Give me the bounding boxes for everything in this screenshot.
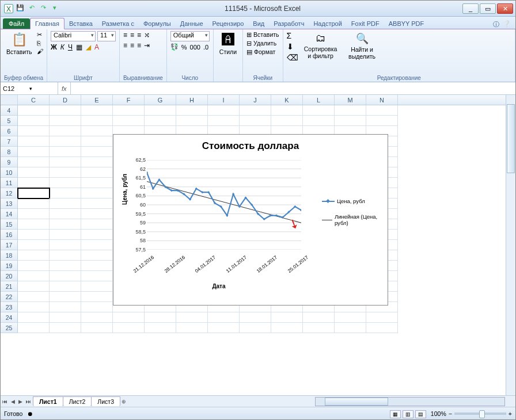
cell-C7[interactable] xyxy=(18,136,50,147)
cell-D14[interactable] xyxy=(50,209,81,219)
tab-view[interactable]: Вид xyxy=(248,18,269,29)
sort-filter-button[interactable]: 🗂 Сортировка и фильтр xyxy=(301,31,341,60)
zoom-in-icon[interactable]: + xyxy=(509,410,512,417)
delete-cells-label[interactable]: Удалить xyxy=(253,40,276,47)
tab-data[interactable]: Данные xyxy=(176,18,208,29)
cell-I4[interactable] xyxy=(208,105,240,116)
col-header-I[interactable]: I xyxy=(208,95,240,105)
col-header-M[interactable]: M xyxy=(335,95,366,105)
cell-D12[interactable] xyxy=(50,188,81,198)
row-header-9[interactable]: 9 xyxy=(1,157,18,167)
name-box-dropdown-icon[interactable]: ▾ xyxy=(29,86,56,91)
fill-icon[interactable]: ⬇ xyxy=(287,42,298,51)
cell-K4[interactable] xyxy=(271,105,303,116)
cell-F24[interactable] xyxy=(113,312,145,323)
cell-N25[interactable] xyxy=(366,323,398,333)
comma-icon[interactable]: 000 xyxy=(190,44,200,51)
cell-D9[interactable] xyxy=(50,157,81,167)
cell-J5[interactable] xyxy=(240,116,271,126)
align-left-icon[interactable]: ≡ xyxy=(123,41,127,49)
row-header-14[interactable]: 14 xyxy=(1,209,18,219)
tab-insert[interactable]: Вставка xyxy=(64,18,97,29)
format-cells-label[interactable]: Формат xyxy=(254,48,275,55)
cell-L24[interactable] xyxy=(303,312,335,323)
cell-K25[interactable] xyxy=(271,323,303,333)
cell-N4[interactable] xyxy=(366,105,398,116)
horizontal-scrollbar[interactable] xyxy=(315,397,505,406)
col-header-C[interactable]: C xyxy=(18,95,50,105)
row-header-11[interactable]: 11 xyxy=(1,178,18,188)
sheet-nav-prev-icon[interactable]: ◀ xyxy=(9,399,17,404)
undo-icon[interactable]: ↶ xyxy=(27,4,36,13)
align-mid-icon[interactable]: ≡ xyxy=(130,31,134,39)
view-layout-icon[interactable]: ▥ xyxy=(403,410,413,418)
cell-M5[interactable] xyxy=(335,116,366,126)
cell-E24[interactable] xyxy=(81,312,113,323)
tab-abbyy[interactable]: ABBYY PDF xyxy=(384,18,429,29)
percent-icon[interactable]: % xyxy=(181,44,187,51)
cell-C21[interactable] xyxy=(18,281,50,292)
row-header-12[interactable]: 12 xyxy=(1,188,18,198)
cell-E12[interactable] xyxy=(81,188,113,198)
hscroll-thumb[interactable] xyxy=(325,398,388,406)
minimize-button[interactable]: _ xyxy=(462,3,479,14)
view-break-icon[interactable]: ▤ xyxy=(415,410,426,418)
fx-button[interactable]: fx xyxy=(58,82,71,94)
row-header-6[interactable]: 6 xyxy=(1,126,18,136)
tab-review[interactable]: Рецензиро xyxy=(208,18,249,29)
cell-E5[interactable] xyxy=(81,116,113,126)
cell-D22[interactable] xyxy=(50,292,81,302)
zoom-slider[interactable] xyxy=(454,413,506,415)
cell-C20[interactable] xyxy=(18,271,50,281)
align-bot-icon[interactable]: ≡ xyxy=(137,31,141,39)
cell-D20[interactable] xyxy=(50,271,81,281)
cell-C16[interactable] xyxy=(18,230,50,240)
cell-E16[interactable] xyxy=(81,230,113,240)
cell-E18[interactable] xyxy=(81,250,113,261)
row-header-5[interactable]: 5 xyxy=(1,116,18,126)
cell-C17[interactable] xyxy=(18,240,50,250)
worksheet-grid[interactable]: CDEFGHIJKLMN 456789101112131415161718192… xyxy=(1,95,515,391)
col-header-N[interactable]: N xyxy=(366,95,398,105)
cell-E19[interactable] xyxy=(81,261,113,271)
col-header-J[interactable]: J xyxy=(240,95,271,105)
cell-C12[interactable] xyxy=(18,188,50,198)
cell-K5[interactable] xyxy=(271,116,303,126)
cell-H25[interactable] xyxy=(176,323,208,333)
orient-icon[interactable]: ⤭ xyxy=(144,31,150,39)
cell-F25[interactable] xyxy=(113,323,145,333)
redo-icon[interactable]: ↷ xyxy=(39,4,48,13)
cell-M4[interactable] xyxy=(335,105,366,116)
cell-D25[interactable] xyxy=(50,323,81,333)
sheet-nav-last-icon[interactable]: ⏭ xyxy=(24,399,33,404)
col-header-D[interactable]: D xyxy=(50,95,81,105)
file-tab[interactable]: Файл xyxy=(3,18,30,29)
format-cells-icon[interactable]: ▤ xyxy=(246,48,252,55)
col-header-K[interactable]: K xyxy=(271,95,303,105)
currency-icon[interactable]: 💱 xyxy=(170,43,179,51)
cell-D5[interactable] xyxy=(50,116,81,126)
cell-C10[interactable] xyxy=(18,167,50,178)
ribbon-min-icon[interactable]: ⓘ xyxy=(493,20,499,29)
cell-C6[interactable] xyxy=(18,126,50,136)
cell-E9[interactable] xyxy=(81,157,113,167)
zoom-level[interactable]: 100% xyxy=(431,410,446,417)
bold-button[interactable]: Ж xyxy=(51,43,57,51)
cell-M25[interactable] xyxy=(335,323,366,333)
cell-D16[interactable] xyxy=(50,230,81,240)
row-header-16[interactable]: 16 xyxy=(1,230,18,240)
cell-J25[interactable] xyxy=(240,323,271,333)
cell-J4[interactable] xyxy=(240,105,271,116)
fill-color-icon[interactable]: ◢ xyxy=(86,43,91,51)
cell-C13[interactable] xyxy=(18,198,50,209)
cell-E17[interactable] xyxy=(81,240,113,250)
tab-foxit[interactable]: Foxit PDF xyxy=(347,18,384,29)
cell-D6[interactable] xyxy=(50,126,81,136)
align-center-icon[interactable]: ≡ xyxy=(130,41,134,49)
cell-D21[interactable] xyxy=(50,281,81,292)
paste-button[interactable]: 📋 Вставить xyxy=(4,31,35,56)
cell-D18[interactable] xyxy=(50,250,81,261)
inc-dec-icon[interactable]: .0 xyxy=(203,44,208,51)
cell-J24[interactable] xyxy=(240,312,271,323)
cell-E7[interactable] xyxy=(81,136,113,147)
